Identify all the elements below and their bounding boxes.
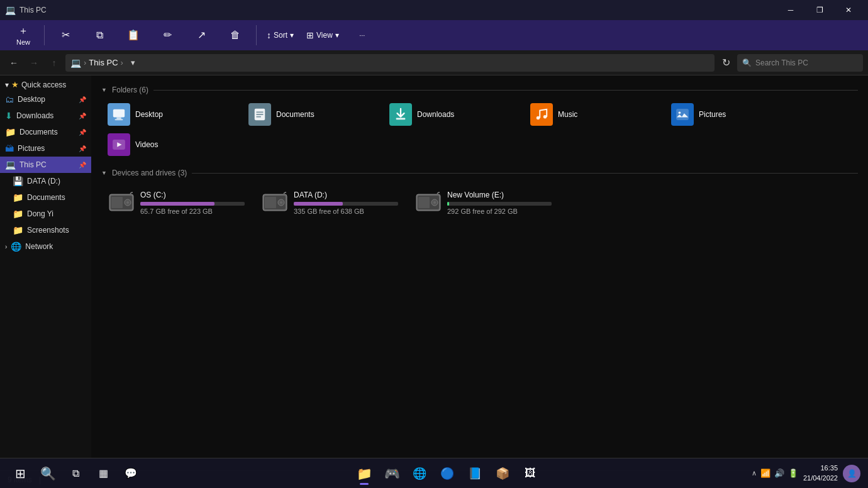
network-icon: 🌐 <box>11 241 21 252</box>
folder-name-downloads: Downloads <box>417 110 454 119</box>
drives-section-line <box>192 173 858 174</box>
taskbar-file-explorer[interactable]: 📁 <box>352 461 377 486</box>
toolbar-separator-1 <box>44 25 45 45</box>
battery-tray-icon[interactable]: 🔋 <box>788 469 798 478</box>
drive-name-d: DATA (D:) <box>294 191 398 199</box>
sidebar-item-pictures[interactable]: 🏔 Pictures 📌 <box>0 140 91 157</box>
task-view-button[interactable]: ⧉ <box>63 461 88 486</box>
svg-point-9 <box>543 115 547 119</box>
sort-icon: ↕ <box>267 30 271 40</box>
restore-button[interactable]: ❐ <box>805 0 834 20</box>
taskbar-photos[interactable]: 🖼 <box>518 461 543 486</box>
rename-button[interactable]: ✏ <box>152 26 183 44</box>
sidebar-item-downloads[interactable]: ⬇ Downloads 📌 <box>0 108 91 124</box>
volume-tray-icon[interactable]: 🔊 <box>774 469 784 478</box>
svg-rect-1 <box>116 118 121 119</box>
toolbar: ＋ New ✂ ⧉ 📋 ✏ ↗ 🗑 ↕ Sort ▾ ⊞ View ▾ ··· <box>0 20 868 50</box>
pin-icon-this-pc: 📌 <box>79 162 86 169</box>
taskbar-edge[interactable]: 🌐 <box>407 461 432 486</box>
folder-item-documents[interactable]: Documents <box>242 101 381 128</box>
screenshots-icon: 📁 <box>13 225 23 235</box>
taskbar-right: ∧ 📶 🔊 🔋 16:35 21/04/2022 👤 <box>752 463 860 483</box>
svg-rect-2 <box>115 119 123 120</box>
network-tray-icon[interactable]: 📶 <box>760 469 771 478</box>
path-this-pc[interactable]: This PC <box>89 58 118 67</box>
drive-item-c[interactable]: OS (C:) 65.7 GB free of 223 GB <box>101 184 252 221</box>
folder-item-downloads[interactable]: Downloads <box>383 101 521 128</box>
svg-line-26 <box>284 192 285 194</box>
svg-rect-30 <box>418 197 430 208</box>
folder-item-desktop[interactable]: Desktop <box>101 101 240 128</box>
folder-item-music[interactable]: Music <box>524 101 662 128</box>
folder-icon-pictures <box>671 103 694 126</box>
sidebar-item-screenshots[interactable]: 📁 Screenshots <box>0 222 91 238</box>
rename-icon: ✏ <box>164 29 172 41</box>
refresh-button[interactable]: ↻ <box>717 54 735 72</box>
desktop-folder-icon: 🗂 <box>5 94 14 104</box>
svg-rect-23 <box>265 197 276 208</box>
sidebar-item-this-pc[interactable]: 💻 This PC 📌 <box>0 157 91 173</box>
folder-name-music: Music <box>558 110 577 119</box>
more-icon: ··· <box>359 31 365 39</box>
folder-item-videos[interactable]: Videos <box>101 131 240 158</box>
folder-item-pictures[interactable]: Pictures <box>665 101 803 128</box>
drive-free-c: 65.7 GB free of 223 GB <box>140 208 245 215</box>
drive-bar-container-c <box>140 202 245 206</box>
close-button[interactable]: ✕ <box>834 0 863 20</box>
paste-button[interactable]: 📋 <box>118 26 149 44</box>
taskbar-word[interactable]: 📘 <box>462 461 487 486</box>
sidebar-item-dong-yi[interactable]: 📁 Dong Yi <box>0 206 91 222</box>
delete-button[interactable]: 🗑 <box>220 27 251 44</box>
avatar-icon: 👤 <box>847 469 857 478</box>
view-button[interactable]: ⊞ View ▾ <box>301 28 344 43</box>
taskbar-gaming[interactable]: 🎮 <box>379 461 404 486</box>
sort-button[interactable]: ↕ Sort ▾ <box>262 28 299 43</box>
view-icon: ⊞ <box>306 30 314 40</box>
drive-item-d[interactable]: DATA (D:) 335 GB free of 638 GB <box>255 184 406 221</box>
svg-rect-10 <box>677 109 688 120</box>
address-dropdown-button[interactable]: ▾ <box>126 54 141 72</box>
new-button[interactable]: ＋ New <box>8 22 39 48</box>
search-placeholder: Search This PC <box>755 58 808 67</box>
cut-button[interactable]: ✂ <box>50 26 81 44</box>
sidebar-item-documents2[interactable]: 📁 Documents <box>0 189 91 206</box>
folders-grid: Desktop Documents <box>101 101 858 158</box>
share-icon: ↗ <box>198 29 206 41</box>
quick-access-header[interactable]: ▾ ★ Quick access <box>0 78 91 91</box>
dong-yi-icon: 📁 <box>13 209 23 219</box>
address-path[interactable]: 💻 › This PC › ▾ <box>65 54 715 72</box>
documents2-icon: 📁 <box>13 192 23 202</box>
forward-button[interactable]: → <box>25 54 43 72</box>
taskbar-chrome[interactable]: 🔵 <box>435 461 460 486</box>
svg-rect-16 <box>111 197 123 208</box>
word-icon: 📘 <box>468 467 482 480</box>
minimize-button[interactable]: ─ <box>776 0 805 20</box>
sidebar-item-network[interactable]: › 🌐 Network <box>0 238 91 255</box>
chevron-up-icon[interactable]: ∧ <box>752 469 757 477</box>
drives-section-header: Devices and drives (3) <box>101 169 858 177</box>
up-button[interactable]: ↑ <box>45 54 63 72</box>
svg-point-18 <box>126 201 129 204</box>
chat-button[interactable]: 💬 <box>118 461 143 486</box>
search-button[interactable]: 🔍 <box>35 461 60 486</box>
sidebar-item-documents[interactable]: 📁 Documents 📌 <box>0 124 91 140</box>
clock[interactable]: 16:35 21/04/2022 <box>803 463 838 483</box>
start-button[interactable]: ⊞ <box>8 461 33 486</box>
taskbar-store[interactable]: 📦 <box>490 461 515 486</box>
user-avatar[interactable]: 👤 <box>843 465 860 482</box>
pin-icon-desktop: 📌 <box>79 96 86 103</box>
path-separator-2: › <box>121 58 123 67</box>
address-bar: ← → ↑ 💻 › This PC › ▾ ↻ 🔍 Search This PC <box>0 50 868 75</box>
taskbar: ⊞ 🔍 ⧉ ▦ 💬 📁 🎮 🌐 🔵 📘 📦 🖼 <box>0 458 868 488</box>
widgets-button[interactable]: ▦ <box>91 461 116 486</box>
drive-name-e: New Volume (E:) <box>447 191 552 199</box>
more-button[interactable]: ··· <box>347 29 378 42</box>
search-box[interactable]: 🔍 Search This PC <box>737 54 863 72</box>
sidebar-item-desktop[interactable]: 🗂 Desktop 📌 <box>0 91 91 108</box>
copy-button[interactable]: ⧉ <box>84 27 115 44</box>
drive-item-e[interactable]: New Volume (E:) 292 GB free of 292 GB <box>408 184 559 221</box>
share-button[interactable]: ↗ <box>186 26 217 44</box>
main-layout: ▾ ★ Quick access 🗂 Desktop 📌 ⬇ Downloads… <box>0 75 868 470</box>
sidebar-item-data-d[interactable]: 💾 DATA (D:) <box>0 173 91 189</box>
back-button[interactable]: ← <box>5 54 23 72</box>
